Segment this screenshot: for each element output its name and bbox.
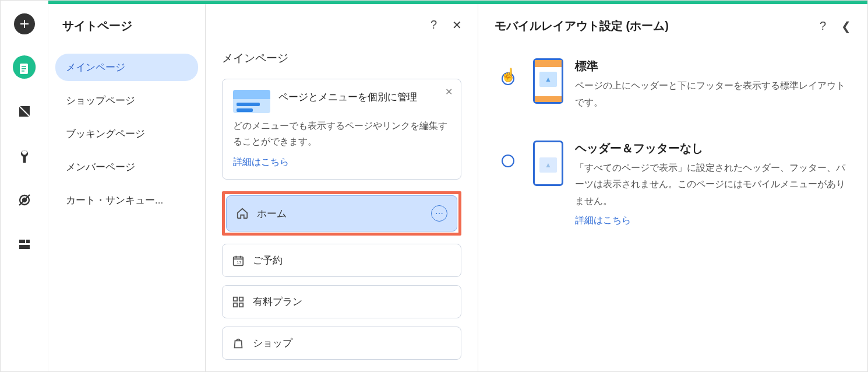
category-shop[interactable]: ショップページ — [55, 87, 198, 114]
more-icon[interactable]: ⋯ — [431, 205, 447, 222]
info-title: ページとメニューを個別に管理 — [278, 90, 417, 105]
categories-header: サイトページ — [48, 4, 205, 48]
category-main[interactable]: メインページ — [55, 54, 198, 81]
svg-rect-16 — [239, 297, 243, 301]
bag-icon — [232, 337, 245, 350]
add-icon[interactable] — [14, 13, 35, 34]
info-thumb-icon — [233, 90, 270, 113]
help-icon[interactable]: ? — [431, 18, 437, 32]
close-icon[interactable]: ✕ — [452, 18, 462, 32]
page-item-plans[interactable]: 有料プラン — [222, 285, 461, 318]
svg-rect-18 — [239, 303, 243, 307]
tools-icon[interactable] — [13, 144, 36, 167]
top-accent-bar — [48, 1, 867, 4]
layout-option-standard[interactable]: ☝️ ▲ 標準 ページの上にヘッダーと下にフッターを表示する標準レイアウトです。 — [495, 58, 851, 111]
option-link[interactable]: 詳細はこちら — [575, 215, 631, 227]
calendar-icon: 17 — [232, 254, 245, 267]
pages-icon[interactable] — [13, 55, 36, 79]
option-desc: ページの上にヘッダーと下にフッターを表示する標準レイアウトです。 — [575, 78, 851, 111]
sections-icon[interactable] — [13, 233, 36, 256]
option-title: 標準 — [575, 58, 851, 74]
help-icon[interactable]: ? — [820, 19, 826, 33]
grid-icon — [232, 296, 245, 308]
hide-icon[interactable] — [13, 188, 36, 212]
svg-rect-17 — [234, 303, 237, 307]
page-item-booking[interactable]: 17 ご予約 — [222, 244, 461, 277]
categories-title: サイトページ — [62, 18, 132, 34]
page-label: ホーム — [257, 207, 423, 220]
info-card: ✕ ページとメニューを個別に管理 どのメニューでも表示するページやリンクを編集す… — [222, 79, 461, 180]
radio-noheaderfooter[interactable] — [502, 155, 514, 167]
page-label: 有料プラン — [253, 295, 451, 308]
svg-rect-15 — [234, 297, 237, 301]
svg-rect-8 — [26, 240, 30, 243]
category-cart[interactable]: カート・サンキュー... — [55, 187, 198, 214]
design-icon[interactable] — [13, 100, 36, 123]
page-categories-panel: サイトページ メインページ ショップページ ブッキングページ メンバーページ カ… — [48, 1, 206, 371]
layout-option-noheaderfooter[interactable]: ▲ ヘッダー＆フッターなし 「すべてのページで表示」に設定されたヘッダー、フッタ… — [495, 141, 851, 227]
radio-standard[interactable] — [502, 72, 514, 85]
pages-heading: メインページ — [222, 51, 461, 66]
option-title: ヘッダー＆フッターなし — [575, 141, 851, 156]
info-link[interactable]: 詳細はこちら — [233, 156, 289, 169]
page-item-shop[interactable]: ショップ — [222, 327, 461, 360]
home-icon — [236, 207, 249, 220]
info-body: どのメニューでも表示するページやリンクを編集することができます。 — [233, 118, 450, 149]
svg-rect-1 — [22, 66, 26, 67]
tool-rail — [1, 1, 48, 371]
svg-rect-7 — [19, 240, 25, 243]
info-close-icon[interactable]: ✕ — [445, 86, 453, 97]
settings-title: モバイルレイアウト設定 (ホーム) — [495, 18, 669, 34]
page-label: ご予約 — [253, 254, 451, 267]
page-label: ショップ — [253, 336, 451, 350]
category-booking[interactable]: ブッキングページ — [55, 120, 198, 148]
svg-rect-2 — [22, 68, 26, 69]
highlighted-page-frame: ホーム ⋯ — [222, 191, 461, 236]
phone-preview-standard: ▲ — [533, 58, 563, 104]
category-member[interactable]: メンバーページ — [55, 153, 198, 181]
pages-panel: ? ✕ メインページ ✕ ページとメニューを個別に管理 どのメニューでも表示する… — [206, 1, 478, 371]
mobile-layout-panel: モバイルレイアウト設定 (ホーム) ? ❮ ☝️ ▲ 標準 ページの — [478, 1, 867, 371]
pages-panel-header: ? ✕ — [206, 4, 478, 46]
svg-rect-3 — [22, 71, 24, 72]
settings-header: モバイルレイアウト設定 (ホーム) ? ❮ — [478, 4, 867, 48]
svg-rect-9 — [19, 245, 30, 249]
category-list: メインページ ショップページ ブッキングページ メンバーページ カート・サンキュ… — [48, 48, 205, 226]
page-item-home[interactable]: ホーム ⋯ — [226, 195, 457, 231]
svg-text:17: 17 — [237, 259, 241, 265]
phone-preview-nohf: ▲ — [533, 141, 563, 186]
back-icon[interactable]: ❮ — [841, 19, 851, 33]
option-desc: 「すべてのページで表示」に設定されたヘッダー、フッター、パーツは表示されません。… — [575, 160, 851, 210]
